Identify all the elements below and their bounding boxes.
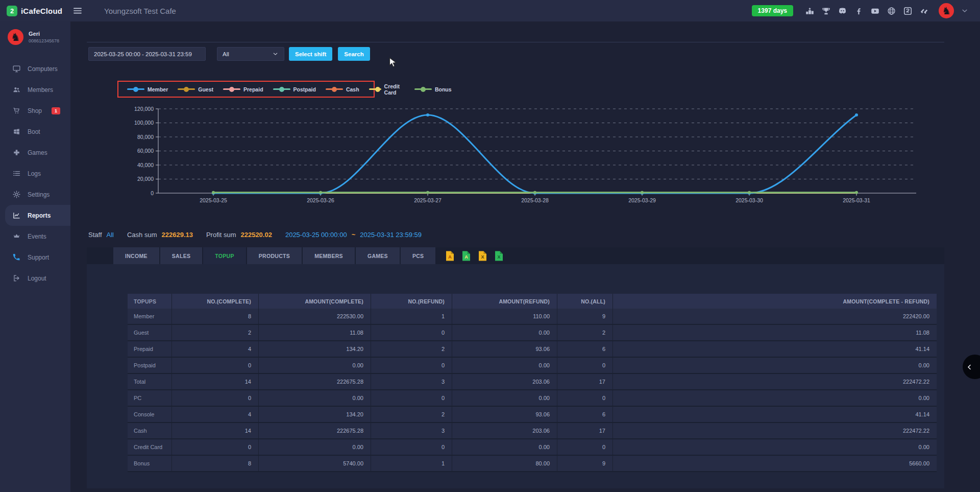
facebook-icon[interactable]: [854, 6, 864, 16]
row-value: 0.00: [452, 439, 557, 455]
svg-text:2025-03-26: 2025-03-26: [307, 197, 334, 203]
svg-text:2025-03-27: 2025-03-27: [414, 197, 442, 203]
svg-text:2025-03-30: 2025-03-30: [736, 197, 763, 203]
legend-postpaid[interactable]: Postpaid: [273, 86, 316, 92]
svg-text:2025-03-31: 2025-03-31: [843, 197, 870, 203]
sidebar-item-computers[interactable]: Computers: [0, 58, 70, 79]
row-value: 17: [557, 374, 612, 389]
ranking-icon[interactable]: [805, 6, 815, 16]
profit-sum-label: Profit sum: [206, 231, 236, 239]
sidebar-item-boot[interactable]: Boot: [0, 121, 70, 142]
summary-row: Staff All Cash sum 222629.13 Profit sum …: [88, 231, 422, 239]
trophy-icon[interactable]: [821, 6, 831, 16]
youngzsoft-icon[interactable]: [919, 6, 929, 16]
export-pdf-yellow-icon[interactable]: A: [446, 251, 454, 261]
sidebar-item-label: Games: [28, 149, 47, 156]
tab-sales[interactable]: SALES: [160, 247, 204, 264]
collapse-panel-button[interactable]: [963, 355, 980, 379]
sidebar-item-shop[interactable]: Shop 1: [0, 100, 70, 121]
legend-credit-card[interactable]: Credit Card: [369, 83, 405, 96]
logs-icon: [12, 169, 21, 178]
search-button[interactable]: Search: [338, 47, 370, 61]
discord-icon[interactable]: [838, 6, 847, 16]
row-value: 41.14: [612, 407, 937, 422]
tab-products[interactable]: PRODUCTS: [247, 247, 303, 264]
column-header: AMOUNT(REFUND): [452, 294, 557, 309]
row-value: 0.00: [612, 439, 937, 455]
legend-label: Member: [148, 86, 168, 92]
user-avatar[interactable]: ♞: [939, 3, 954, 18]
row-value: 1: [371, 309, 452, 324]
row-value: 14: [172, 423, 258, 438]
tab-pcs[interactable]: PCS: [401, 247, 437, 264]
icafe-icon[interactable]: [903, 6, 913, 16]
row-value: 11.08: [612, 325, 937, 340]
sidebar-item-reports[interactable]: Reports: [5, 205, 70, 226]
row-value: 6: [557, 407, 612, 422]
tab-members[interactable]: MEMBERS: [303, 247, 356, 264]
sidebar-item-label: Logs: [28, 170, 41, 177]
export-excel-green-icon[interactable]: X: [495, 251, 503, 261]
sidebar-item-label: Reports: [28, 212, 51, 219]
topup-table-body: Member8222530.001110.009222420.00Guest21…: [128, 309, 937, 472]
range-separator: ~: [352, 231, 356, 239]
chevron-down-icon[interactable]: [961, 7, 969, 15]
svg-text:2025-03-28: 2025-03-28: [521, 197, 549, 203]
row-label: PC: [128, 390, 172, 406]
sidebar-item-settings[interactable]: Settings: [0, 184, 70, 205]
tab-topup[interactable]: TOPUP: [203, 247, 247, 264]
sidebar-item-logout[interactable]: Logout: [0, 268, 70, 289]
svg-text:0: 0: [151, 190, 154, 196]
avatar[interactable]: ♞: [8, 29, 23, 45]
tab-games[interactable]: GAMES: [356, 247, 401, 264]
legend-label: Prepaid: [243, 86, 263, 92]
events-icon: [12, 232, 21, 241]
legend-swatch: [127, 88, 144, 90]
svg-text:A: A: [449, 254, 452, 260]
members-icon: [12, 85, 21, 94]
app-logo-text: iCafeCloud: [21, 7, 62, 15]
select-shift-button[interactable]: Select shift: [289, 47, 332, 61]
sidebar-item-support[interactable]: Support: [0, 247, 70, 268]
row-label: Prepaid: [128, 341, 172, 357]
row-value: 222530.00: [258, 309, 371, 324]
row-value: 17: [557, 423, 612, 438]
youtube-icon[interactable]: [870, 6, 880, 16]
shift-select[interactable]: All: [217, 47, 284, 61]
legend-prepaid[interactable]: Prepaid: [223, 86, 263, 92]
export-excel-yellow-icon[interactable]: X: [478, 251, 487, 261]
row-value: 0: [557, 390, 612, 406]
row-value: 134.20: [258, 407, 371, 422]
row-value: 0: [172, 358, 258, 373]
sidebar-item-events[interactable]: Events: [0, 226, 70, 247]
globe-icon[interactable]: [887, 6, 896, 16]
sidebar-item-members[interactable]: Members: [0, 79, 70, 100]
topbar-actions: 1397 days ♞: [752, 3, 980, 18]
legend-label: Guest: [198, 86, 213, 92]
row-value: 41.14: [612, 341, 937, 357]
shift-select-value: All: [223, 51, 229, 57]
row-label: Member: [128, 309, 172, 324]
tab-income[interactable]: INCOME: [113, 247, 160, 264]
legend-guest[interactable]: Guest: [178, 86, 213, 92]
sidebar-item-logs[interactable]: Logs: [0, 163, 70, 184]
subscription-days-badge[interactable]: 1397 days: [752, 5, 793, 16]
app-logo: 2 iCafeCloud: [0, 6, 70, 16]
legend-swatch: [326, 88, 343, 90]
table-row: Total14222675.283203.0617222472.22: [128, 374, 937, 390]
date-range-input[interactable]: [88, 47, 206, 61]
legend-bonus[interactable]: Bonus: [414, 86, 452, 92]
games-icon: [12, 148, 21, 157]
export-pdf-green-icon[interactable]: A: [462, 251, 471, 261]
legend-label: Postpaid: [293, 86, 316, 92]
staff-filter-value[interactable]: All: [107, 231, 114, 239]
legend-cash[interactable]: Cash: [326, 86, 359, 92]
table-row: Cash14222675.283203.0617222472.22: [128, 423, 937, 439]
table-row: Member8222530.001110.009222420.00: [128, 309, 937, 325]
row-label: Credit Card: [128, 439, 172, 455]
hamburger-menu-icon[interactable]: [72, 6, 83, 16]
svg-text:X: X: [498, 254, 501, 260]
sidebar-item-games[interactable]: Games: [0, 142, 70, 163]
column-header: NO.(ALL): [557, 294, 612, 309]
legend-member[interactable]: Member: [127, 86, 168, 92]
